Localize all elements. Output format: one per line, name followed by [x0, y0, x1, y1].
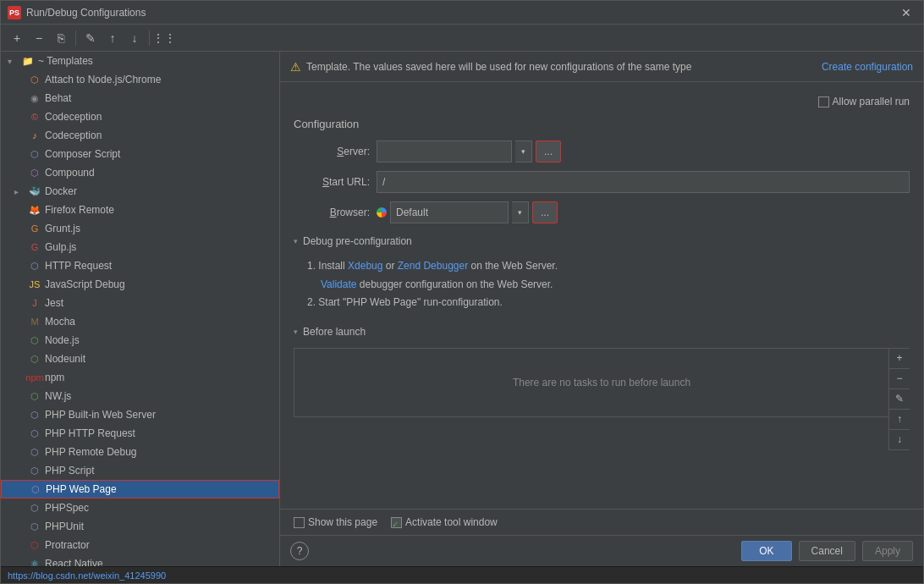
debug-section-header[interactable]: ▾ Debug pre-configuration — [294, 232, 910, 251]
sidebar-item-php-remote[interactable]: ⬡ PHP Remote Debug — [1, 443, 279, 461]
window-title: Run/Debug Configurations — [26, 7, 146, 19]
down-button[interactable]: ↓ — [125, 29, 144, 47]
zend-debugger-link[interactable]: Zend Debugger — [398, 260, 468, 272]
tree-item-templates[interactable]: ▾ 📁 ~ Templates — [1, 52, 279, 70]
remove-button[interactable]: − — [30, 29, 48, 47]
launch-up-button[interactable]: ↑ — [889, 410, 910, 430]
edit-button[interactable]: ✎ — [81, 29, 100, 47]
toggle-docker[interactable]: ▸ — [14, 187, 25, 196]
sidebar-item-npm[interactable]: npm npm — [1, 368, 279, 387]
launch-edit-button[interactable]: ✎ — [889, 389, 910, 410]
browser-dots-button[interactable]: ... — [532, 201, 558, 223]
server-select[interactable] — [377, 140, 512, 163]
sidebar-item-protractor[interactable]: ⬡ Protractor — [1, 536, 279, 554]
php-builtin-icon: ⬡ — [28, 408, 41, 421]
sidebar-item-nwjs[interactable]: ⬡ NW.js — [1, 387, 279, 405]
sidebar-item-php-http[interactable]: ⬡ PHP HTTP Request — [1, 424, 279, 443]
label-protractor: Protractor — [45, 539, 90, 551]
start-url-input[interactable] — [377, 171, 910, 193]
behat-icon: ◉ — [28, 91, 41, 105]
xdebug-link[interactable]: Xdebug — [348, 260, 382, 272]
up-button[interactable]: ↑ — [103, 29, 122, 47]
start-url-label-text: Start URL: — [322, 176, 370, 188]
sidebar-item-behat[interactable]: ◉ Behat — [1, 89, 279, 107]
label-php-web-page: PHP Web Page — [46, 483, 117, 495]
validate-link[interactable]: Validate — [321, 278, 356, 290]
show-page-label: Show this page — [308, 516, 377, 528]
activate-window-wrap: ✓ Activate tool window — [391, 516, 498, 528]
app-logo: PS — [8, 6, 21, 19]
sidebar-item-js-debug[interactable]: JS JavaScript Debug — [1, 275, 279, 294]
label-phpspec: PHPSpec — [45, 502, 89, 514]
sidebar-item-http-request[interactable]: ⬡ HTTP Request — [1, 256, 279, 275]
sidebar-item-mocha[interactable]: M Mocha — [1, 312, 279, 331]
label-nodejs: Node.js — [45, 334, 80, 346]
activate-window-checkbox[interactable]: ✓ — [391, 517, 402, 528]
configuration-area: Allow parallel run Configuration Server:… — [280, 82, 923, 509]
copy-button[interactable]: ⎘ — [52, 29, 70, 47]
add-button[interactable]: + — [8, 29, 26, 47]
before-launch-section: ▾ Before launch There are no tasks to ru… — [294, 322, 910, 417]
apply-button[interactable]: Apply — [862, 541, 913, 561]
sidebar-item-firefox[interactable]: 🦊 Firefox Remote — [1, 201, 279, 219]
sidebar-item-gruntjs[interactable]: G Grunt.js — [1, 219, 279, 238]
sidebar-item-codeception[interactable]: © Codeception — [1, 107, 279, 126]
launch-add-button[interactable]: + — [889, 349, 910, 369]
close-button[interactable]: ✕ — [896, 4, 916, 21]
help-button[interactable]: ? — [290, 542, 309, 560]
database-icon: ⬡ — [28, 166, 41, 179]
debug-step1-end-text: on the Web Server. — [471, 260, 558, 272]
browser-select[interactable]: Default — [390, 201, 509, 223]
grunt-icon: G — [28, 222, 41, 235]
sidebar-item-php-script[interactable]: ⬡ PHP Script — [1, 461, 279, 480]
allow-parallel-label: Allow parallel run — [833, 96, 910, 107]
sidebar-item-react-native[interactable]: ⚛ React Native — [1, 554, 279, 566]
before-launch-arrow: ▾ — [294, 328, 298, 336]
browser-label-text: Browser: — [330, 207, 370, 218]
launch-down-button[interactable]: ↓ — [889, 430, 910, 450]
sidebar-item-gulpjs[interactable]: G Gulp.js — [1, 238, 279, 256]
label-jest: Jest — [45, 297, 63, 309]
server-select-wrap: ▾ ... — [377, 140, 910, 163]
server-row: Server: ▾ ... — [294, 140, 910, 163]
toggle-templates[interactable]: ▾ — [8, 57, 18, 66]
cancel-button[interactable]: Cancel — [799, 541, 855, 561]
sidebar-item-compound[interactable]: ⬡ Composer Script — [1, 145, 279, 163]
sidebar-item-phpunit[interactable]: ⬡ PHPUnit — [1, 517, 279, 536]
php-web-icon: ⬡ — [29, 482, 42, 496]
browser-select-wrap: Default ▾ ... — [377, 201, 910, 223]
bottom-bar: ? OK Cancel Apply — [280, 535, 923, 566]
label-attach-node: Attach to Node.js/Chrome — [45, 74, 161, 85]
label-http-request: HTTP Request — [45, 260, 112, 272]
docker-icon: 🐳 — [28, 185, 41, 198]
sidebar-item-jest[interactable]: J Jest — [1, 294, 279, 312]
label-nwjs: NW.js — [45, 390, 71, 402]
launch-remove-button[interactable]: − — [889, 369, 910, 389]
sidebar-item-nodejs[interactable]: ⬡ Node.js — [1, 331, 279, 350]
label-compound: Composer Script — [45, 148, 120, 160]
before-launch-header[interactable]: ▾ Before launch — [294, 322, 910, 341]
warning-bar: ⚠ Template. The values saved here will b… — [280, 52, 923, 82]
show-page-checkbox[interactable] — [294, 517, 305, 528]
sidebar-item-nodeunit[interactable]: ⬡ Nodeunit — [1, 350, 279, 368]
sidebar-item-php-builtin[interactable]: ⬡ PHP Built-in Web Server — [1, 405, 279, 424]
protractor-icon: ⬡ — [28, 538, 41, 552]
create-configuration-link[interactable]: Create configuration — [822, 61, 913, 73]
sidebar-item-phpspec[interactable]: ⬡ PHPSpec — [1, 499, 279, 517]
status-url: https://blog.csdn.net/weixin_41245990 — [8, 570, 166, 581]
sidebar-item-composer-script[interactable]: ♪ Codeception — [1, 126, 279, 145]
sidebar-item-php-web-page[interactable]: ⬡ PHP Web Page — [1, 480, 279, 499]
sidebar-item-attach-node[interactable]: ⬡ Attach to Node.js/Chrome — [1, 70, 279, 89]
server-dots-button[interactable]: ... — [536, 140, 561, 163]
sidebar-item-docker[interactable]: ▸ 🐳 Docker — [1, 182, 279, 201]
nwjs-icon: ⬡ — [28, 389, 41, 403]
sort-button[interactable]: ⋮⋮ — [155, 29, 173, 47]
ok-button[interactable]: OK — [741, 541, 791, 561]
allow-parallel-checkbox[interactable] — [818, 96, 829, 107]
launch-side-buttons: + − ✎ ↑ ↓ — [888, 349, 910, 450]
browser-select-arrow: ▾ — [512, 201, 529, 223]
sidebar-item-database-script[interactable]: ⬡ Compound — [1, 163, 279, 182]
firefox-icon: 🦊 — [28, 203, 41, 217]
label-phpunit: PHPUnit — [45, 521, 84, 532]
browser-label: Browser: — [294, 207, 370, 218]
